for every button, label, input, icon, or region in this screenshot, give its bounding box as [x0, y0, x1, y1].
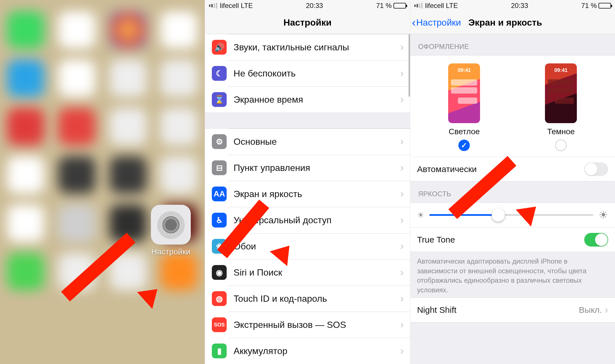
settings-row[interactable]: ⚙︎Основные› [205, 129, 410, 155]
row-icon: ❀ [212, 239, 227, 254]
section-appearance-label: ОФОРМЛЕНИЕ [410, 34, 615, 55]
row-label: Экранное время [233, 94, 303, 105]
truetone-label: True Tone [417, 235, 455, 245]
chevron-right-icon: › [400, 293, 404, 305]
truetone-footnote: Автоматически адаптировать дисплей iPhon… [410, 252, 615, 297]
row-icon: SOS [212, 317, 227, 332]
appearance-light-thumb: 09:41 [448, 63, 480, 123]
navbar: Настройки [205, 11, 410, 34]
section-gap [205, 113, 410, 129]
settings-row[interactable]: ▮Аккумулятор› [205, 338, 410, 364]
row-label: Аккумулятор [233, 346, 287, 356]
appearance-light-option[interactable]: 09:41 Светлое [448, 63, 480, 151]
sun-small-icon: ☀︎ [417, 210, 424, 220]
row-label: Экстренный вызов — SOS [233, 320, 346, 330]
nightshift-label: Night Shift [417, 305, 456, 315]
settings-app-icon [151, 205, 191, 245]
chevron-right-icon: › [400, 136, 404, 148]
chevron-right-icon: › [400, 345, 404, 357]
truetone-switch[interactable] [584, 233, 608, 247]
sun-large-icon: ☀︎ [598, 209, 608, 221]
chevron-right-icon: › [400, 162, 404, 174]
row-label: Звуки, тактильные сигналы [233, 42, 349, 53]
row-icon: ☾ [212, 66, 227, 81]
settings-row[interactable]: 🔊Звуки, тактильные сигналы› [205, 34, 410, 60]
navbar: ‹ Настройки Экран и яркость [410, 11, 615, 34]
signal-icon: lifecell LTE [209, 2, 253, 10]
brightness-slider-row: ☀︎ ☀︎ [410, 203, 615, 227]
automatic-label: Автоматически [417, 164, 477, 174]
settings-row[interactable]: ◍Touch ID и код-пароль› [205, 286, 410, 312]
chevron-right-icon: › [400, 214, 404, 226]
settings-app-label: Настройки [142, 247, 199, 257]
chevron-right-icon: › [605, 304, 608, 316]
row-icon: ♿︎ [212, 213, 227, 228]
back-button[interactable]: ‹ Настройки [412, 16, 461, 29]
section-brightness-label: ЯРКОСТЬ [410, 181, 615, 202]
status-bar: lifecell LTE 20:33 71 % [410, 0, 615, 11]
row-label: Siri и Поиск [233, 267, 282, 278]
page-title: Настройки [284, 17, 332, 28]
page-title: Экран и яркость [468, 17, 542, 28]
brightness-slider[interactable] [429, 214, 593, 216]
settings-row[interactable]: ♿︎Универсальный доступ› [205, 207, 410, 233]
chevron-right-icon: › [400, 240, 404, 252]
chevron-right-icon: › [400, 41, 404, 53]
chevron-right-icon: › [400, 266, 404, 278]
settings-row[interactable]: ❀Обои› [205, 233, 410, 259]
settings-row[interactable]: SOSЭкстренный вызов — SOS› [205, 312, 410, 338]
row-label: Основные [233, 136, 277, 147]
row-icon: ◉ [212, 265, 227, 280]
status-time: 20:33 [306, 2, 323, 10]
row-label: Обои [233, 241, 256, 252]
chevron-left-icon: ‹ [412, 16, 416, 29]
battery-icon [393, 3, 406, 9]
appearance-dark-option[interactable]: 09:41 Темное [545, 63, 577, 151]
row-label: Пункт управления [233, 163, 310, 173]
panel-settings-root: lifecell LTE 20:33 71 % Настройки 🔊Звуки… [205, 0, 410, 364]
back-label: Настройки [416, 17, 461, 28]
appearance-light-label: Светлое [448, 127, 480, 136]
chevron-right-icon: › [400, 188, 404, 200]
row-label: Touch ID и код-пароль [233, 293, 327, 304]
carrier-label: lifecell LTE [220, 2, 253, 10]
gear-icon [157, 211, 184, 238]
automatic-switch[interactable] [584, 162, 608, 176]
row-icon: ⚙︎ [212, 134, 227, 149]
homescreen-settings-app[interactable]: Настройки [142, 205, 199, 270]
row-automatic[interactable]: Автоматически [410, 157, 615, 181]
chevron-right-icon: › [400, 94, 404, 106]
settings-row[interactable]: AAЭкран и яркость› [205, 181, 410, 207]
row-icon: ◍ [212, 291, 227, 306]
settings-row[interactable]: ⊟Пункт управления› [205, 155, 410, 181]
appearance-dark-label: Темное [545, 127, 577, 136]
settings-row[interactable]: ☾Не беспокоить› [205, 60, 410, 86]
appearance-light-radio[interactable] [458, 140, 470, 151]
nightshift-value: Выкл. [579, 305, 602, 315]
chevron-right-icon: › [400, 319, 404, 331]
appearance-dark-thumb: 09:41 [545, 63, 577, 123]
settings-row[interactable]: ⌛Экранное время› [205, 86, 410, 113]
row-truetone[interactable]: True Tone [410, 227, 615, 252]
appearance-dark-radio[interactable] [555, 140, 567, 151]
panel-homescreen: Настройки [0, 0, 205, 364]
row-icon: 🔊 [212, 40, 227, 55]
row-icon: ⊟ [212, 160, 227, 175]
battery-percent: 71 % [376, 2, 392, 10]
panel-display-brightness: lifecell LTE 20:33 71 % ‹ Настройки Экра… [410, 0, 615, 364]
chevron-right-icon: › [400, 67, 404, 79]
row-label: Экран и яркость [233, 189, 302, 199]
row-icon: AA [212, 187, 227, 201]
row-icon: ⌛ [212, 92, 227, 107]
settings-row[interactable]: ◉Siri и Поиск› [205, 259, 410, 286]
status-bar: lifecell LTE 20:33 71 % [205, 0, 410, 11]
homescreen-blurred [0, 0, 205, 364]
row-label: Универсальный доступ [233, 215, 331, 226]
row-icon: ▮ [212, 344, 227, 358]
row-nightshift[interactable]: Night Shift Выкл. › [410, 298, 615, 322]
settings-list[interactable]: 🔊Звуки, тактильные сигналы›☾Не беспокоит… [205, 34, 410, 364]
row-label: Не беспокоить [233, 68, 296, 79]
